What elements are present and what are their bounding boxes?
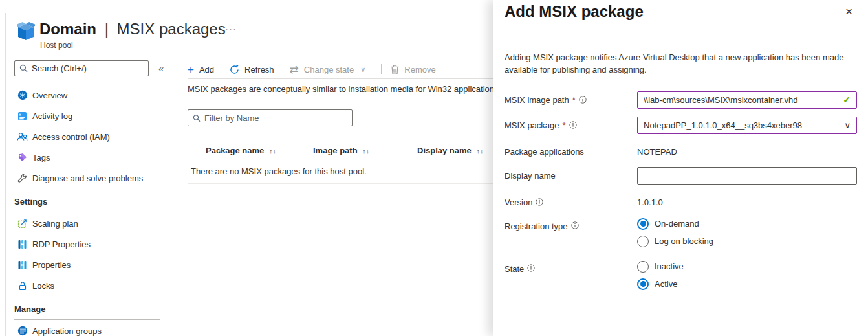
sort-icon: ↑↓ xyxy=(362,147,369,155)
field-label: Version xyxy=(505,197,637,207)
sidebar-item-label: Application groups xyxy=(32,326,102,336)
column-label: Display name xyxy=(417,146,472,155)
required-asterisk: * xyxy=(572,95,576,105)
sidebar-item-label: Scaling plan xyxy=(32,219,78,229)
sidebar-item-application-groups[interactable]: Application groups xyxy=(0,320,173,336)
form-row-registration-type: Registration type On-demand Log on block… xyxy=(505,218,857,247)
msix-package-dropdown[interactable]: NotepadPP_1.0.1.0_x64__sq3bs4xeber98 ∨ xyxy=(637,117,857,134)
sidebar-item-locks[interactable]: Locks xyxy=(0,275,173,296)
radio-label: Active xyxy=(655,279,677,289)
msix-image-path-input[interactable]: \\lab-cm\sources\MSIX\msixcontainer.vhd … xyxy=(637,91,857,109)
sidebar-item-overview[interactable]: Overview xyxy=(0,85,173,106)
sidebar-item-properties[interactable]: Properties xyxy=(0,254,173,275)
trash-icon xyxy=(391,65,399,74)
panel-description: Adding MSIX package notifies Azure Virtu… xyxy=(505,51,850,76)
command-bar: + Add Refresh ⇄ Change state ∨ Remove xyxy=(188,61,451,78)
sidebar-search-box[interactable] xyxy=(14,60,149,76)
sidebar-item-diagnose[interactable]: Diagnose and solve problems xyxy=(0,168,173,188)
radio-active[interactable]: Active xyxy=(637,278,857,290)
scaling-plan-icon xyxy=(17,218,28,229)
close-icon[interactable]: × xyxy=(845,5,852,17)
filter-box[interactable] xyxy=(188,109,353,126)
remove-button[interactable]: Remove xyxy=(391,65,435,74)
field-label: Display name xyxy=(505,171,637,181)
collapse-menu-icon[interactable]: « xyxy=(158,63,164,74)
field-label: MSIX image path * xyxy=(505,95,637,105)
sliders-icon xyxy=(17,260,28,271)
sidebar-item-scaling-plan[interactable]: Scaling plan xyxy=(0,213,173,234)
sliders-icon xyxy=(17,239,28,250)
info-icon[interactable] xyxy=(579,96,587,104)
refresh-button[interactable]: Refresh xyxy=(230,65,274,74)
host-pool-icon xyxy=(17,21,35,41)
section-divider xyxy=(14,319,160,320)
field-label: State xyxy=(505,260,637,290)
form-row-msix-package: MSIX package * NotepadPP_1.0.1.0_x64__sq… xyxy=(505,116,857,134)
info-icon[interactable] xyxy=(536,198,543,206)
info-icon[interactable] xyxy=(527,264,535,272)
radio-on-demand[interactable]: On-demand xyxy=(637,218,857,230)
azure-portal-blade: Domain | MSIX packages ··· Host pool « O… xyxy=(0,0,868,336)
input-value: \\lab-cm\sources\MSIX\msixcontainer.vhd xyxy=(644,95,838,105)
sidebar-search-input[interactable] xyxy=(32,63,144,73)
change-state-button[interactable]: ⇄ Change state ∨ xyxy=(290,64,366,75)
label-text: Version xyxy=(505,197,532,207)
search-icon xyxy=(19,64,28,73)
add-button-label: Add xyxy=(199,65,214,74)
filter-by-name-input[interactable] xyxy=(204,113,347,123)
radio-label: Inactive xyxy=(655,262,684,271)
add-msix-package-panel: Add MSIX package × Adding MSIX package n… xyxy=(493,0,868,336)
toolbar-divider xyxy=(381,64,382,74)
sidebar-section-manage: Manage xyxy=(0,304,173,315)
chevron-down-icon: ∨ xyxy=(360,65,365,74)
column-label: Package name xyxy=(206,146,264,155)
sidebar-item-activity-log[interactable]: Activity log xyxy=(0,106,173,126)
sort-icon: ↑↓ xyxy=(269,147,276,155)
access-control-icon xyxy=(17,131,28,142)
radio-log-on-blocking[interactable]: Log on blocking xyxy=(637,235,857,247)
sidebar-item-access-control[interactable]: Access control (IAM) xyxy=(0,126,173,147)
label-text: MSIX image path xyxy=(505,95,569,105)
info-icon[interactable] xyxy=(571,221,579,229)
refresh-button-label: Refresh xyxy=(244,65,274,74)
refresh-icon xyxy=(230,65,239,74)
sidebar-item-tags[interactable]: Tags xyxy=(0,147,173,168)
package-applications-value: NOTEPAD xyxy=(637,147,677,157)
resource-type-label: Host pool xyxy=(40,41,73,50)
label-text: Registration type xyxy=(505,221,568,231)
state-radio-group: Inactive Active xyxy=(637,260,857,290)
radio-icon xyxy=(637,261,649,273)
sidebar-item-label: Properties xyxy=(32,260,71,270)
radio-icon xyxy=(637,218,649,230)
form-row-state: State Inactive Active xyxy=(505,260,857,290)
wrench-icon xyxy=(17,173,28,184)
display-name-input[interactable] xyxy=(637,167,857,185)
activity-log-icon xyxy=(17,111,28,122)
radio-label: Log on blocking xyxy=(655,236,713,246)
add-button[interactable]: + Add xyxy=(188,64,214,75)
required-asterisk: * xyxy=(563,120,566,130)
info-icon[interactable] xyxy=(569,121,577,129)
change-state-icon: ⇄ xyxy=(290,64,299,75)
label-text: Display name xyxy=(505,171,556,181)
selected-option: NotepadPP_1.0.1.0_x64__sq3bs4xeber98 xyxy=(644,120,839,130)
overview-icon xyxy=(17,90,28,101)
column-display-name[interactable]: Display name ↑↓ xyxy=(417,146,483,155)
panel-title: Add MSIX package xyxy=(505,3,644,21)
valid-check-icon: ✓ xyxy=(843,95,851,105)
title-divider: | xyxy=(105,20,109,38)
radio-inactive[interactable]: Inactive xyxy=(637,260,857,273)
form-row-version: Version 1.0.1.0 xyxy=(505,196,857,208)
sidebar-item-label: Activity log xyxy=(32,111,72,121)
column-image-path[interactable]: Image path ↑↓ xyxy=(313,146,369,155)
registration-type-radio-group: On-demand Log on blocking xyxy=(637,218,857,247)
sidebar-item-label: Locks xyxy=(32,281,54,291)
label-text: State xyxy=(505,264,524,274)
sidebar-item-rdp-properties[interactable]: RDP Properties xyxy=(0,234,173,254)
lock-icon xyxy=(17,280,28,291)
column-package-name[interactable]: Package name ↑↓ xyxy=(206,146,276,155)
chevron-down-icon: ∨ xyxy=(844,120,851,130)
form-row-display-name: Display name xyxy=(505,166,857,185)
application-groups-icon xyxy=(17,326,28,336)
empty-state-message: There are no MSIX packages for this host… xyxy=(191,166,367,176)
